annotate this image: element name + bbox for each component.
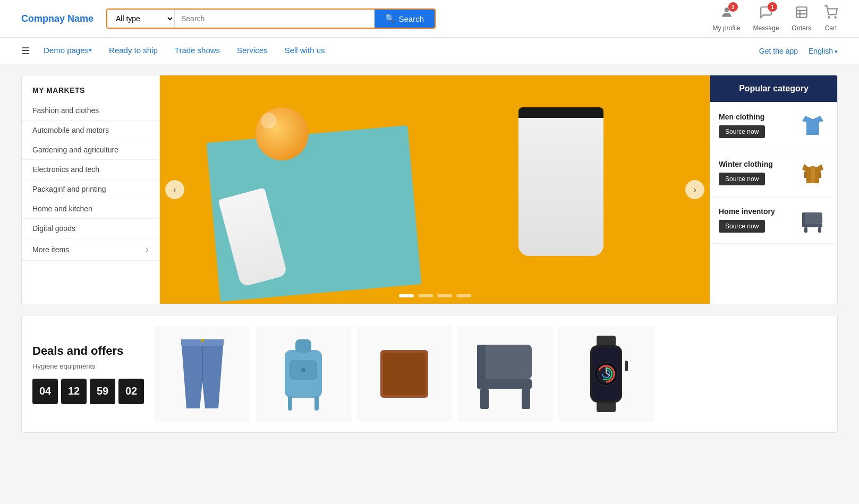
svg-rect-29	[597, 336, 616, 346]
hero-cup-large	[518, 107, 603, 256]
deals-products	[155, 326, 827, 422]
nav-sell-with-us[interactable]: Sell with us	[276, 38, 334, 64]
popular-item-winter-info: Winter clothing Source now	[719, 160, 792, 185]
slider-dot-4[interactable]	[456, 294, 471, 297]
deal-product-chair[interactable]	[457, 326, 553, 422]
market-automobile[interactable]: Automobile and motors	[22, 121, 159, 140]
market-packaging[interactable]: Packaginf and printing	[22, 180, 159, 199]
nav-trade-shows[interactable]: Trade shows	[166, 38, 228, 64]
slider-dot-2[interactable]	[418, 294, 433, 297]
hamburger-menu[interactable]: ☰	[21, 45, 30, 57]
svg-rect-24	[479, 345, 532, 379]
header: Compnay Name All typeProductsSuppliersTr…	[0, 0, 859, 38]
deal-product-watch[interactable]	[558, 326, 654, 422]
deals-title: Deals and offers	[32, 344, 144, 358]
countdown-ms: 02	[118, 379, 144, 404]
home-inventory-icon	[797, 204, 829, 236]
svg-rect-40	[625, 361, 628, 371]
svg-rect-25	[479, 379, 532, 389]
deal-product-backpack[interactable]	[256, 326, 351, 422]
search-icon: 🔍	[385, 14, 395, 23]
message-icon: 1	[759, 5, 773, 22]
markets-title: MY MARKETS	[22, 86, 159, 101]
men-clothing-icon	[797, 109, 829, 141]
deals-subtitle: Hygiene equipments	[32, 362, 144, 370]
popular-item-winter-clothing: Winter clothing Source now	[710, 149, 837, 197]
svg-rect-8	[803, 212, 822, 224]
svg-point-5	[829, 17, 830, 18]
nav-services[interactable]: Services	[228, 38, 276, 64]
get-the-app-link[interactable]: Get the app	[759, 47, 798, 55]
svg-point-15	[201, 339, 204, 342]
markets-list: Fashion and clothes Automobile and motor…	[22, 101, 159, 261]
language-selector[interactable]: English	[809, 47, 838, 55]
market-digital[interactable]: Digital goods	[22, 219, 159, 238]
slider-prev-button[interactable]: ‹	[165, 180, 184, 199]
source-home-inventory-button[interactable]: Source now	[719, 220, 765, 233]
deal-product-jeans[interactable]	[155, 326, 250, 422]
svg-rect-11	[818, 227, 821, 233]
svg-point-6	[835, 17, 836, 18]
hero-slider: ‹ ›	[160, 75, 710, 304]
main-content: MY MARKETS Fashion and clothes Automobil…	[0, 64, 859, 443]
winter-clothing-icon	[797, 157, 829, 189]
popular-item-winter-title: Winter clothing	[719, 160, 792, 168]
popular-item-men-info: Men clothing Source now	[719, 113, 792, 138]
svg-rect-30	[597, 402, 616, 412]
svg-rect-7	[811, 166, 815, 183]
svg-rect-1	[796, 7, 807, 18]
hero-image	[160, 75, 710, 304]
popular-item-men-clothing: Men clothing Source now	[710, 102, 837, 149]
search-input[interactable]	[175, 10, 375, 28]
svg-rect-12	[802, 212, 805, 227]
svg-rect-26	[480, 389, 489, 409]
nav-ready-to-ship[interactable]: Ready to ship	[100, 38, 166, 64]
market-electronics[interactable]: Electronics and tech	[22, 160, 159, 180]
nav-demo-pages[interactable]: Demo pages	[35, 38, 100, 64]
svg-rect-9	[803, 224, 822, 227]
source-winter-clothing-button[interactable]: Source now	[719, 173, 765, 185]
hero-orange-fruit	[256, 107, 309, 160]
market-home[interactable]: Home and kitchen	[22, 199, 159, 219]
my-profile-button[interactable]: 3 My profile	[713, 5, 741, 32]
market-gardening[interactable]: Gardening and agriculture	[22, 140, 159, 160]
message-badge: 1	[768, 2, 777, 12]
svg-rect-27	[522, 389, 530, 409]
slider-dots	[399, 294, 471, 297]
slider-next-button[interactable]: ›	[685, 180, 704, 199]
message-button[interactable]: 1 Message	[753, 5, 779, 32]
popular-panel: Popular category Men clothing Source now	[710, 75, 837, 304]
deals-info: Deals and offers Hygiene equipments 04 1…	[32, 344, 155, 404]
popular-item-home-title: Home inventory	[719, 207, 792, 216]
popular-item-home-info: Home inventory Source now	[719, 207, 792, 233]
source-men-clothing-button[interactable]: Source now	[719, 125, 765, 138]
deal-product-wallet[interactable]	[356, 326, 452, 422]
slider-dot-1[interactable]	[399, 294, 414, 297]
svg-rect-28	[477, 345, 486, 389]
countdown-hours: 04	[32, 379, 58, 404]
search-type-select[interactable]: All typeProductsSuppliersTrade Shows	[107, 10, 175, 28]
popular-item-men-title: Men clothing	[719, 113, 792, 121]
svg-rect-19	[295, 339, 311, 353]
svg-point-18	[301, 368, 305, 372]
markets-sidebar: MY MARKETS Fashion and clothes Automobil…	[22, 75, 160, 304]
svg-rect-10	[804, 227, 807, 233]
countdown: 04 12 59 02	[32, 379, 144, 404]
search-bar: All typeProductsSuppliersTrade Shows 🔍 S…	[106, 8, 436, 29]
cart-icon	[824, 5, 838, 22]
slider-dot-3[interactable]	[437, 294, 452, 297]
search-button[interactable]: 🔍 Search	[375, 10, 435, 28]
cart-button[interactable]: Cart	[824, 5, 838, 32]
top-section: MY MARKETS Fashion and clothes Automobil…	[21, 75, 838, 304]
deals-section: Deals and offers Hygiene equipments 04 1…	[21, 315, 838, 433]
profile-icon: 3	[720, 5, 734, 22]
profile-badge: 3	[728, 2, 738, 12]
orders-icon	[795, 5, 809, 22]
market-fashion[interactable]: Fashion and clothes	[22, 101, 159, 121]
nav-right: Get the app English	[759, 47, 838, 55]
popular-header: Popular category	[710, 75, 837, 102]
header-icons: 3 My profile 1 Message Orders Cart	[713, 5, 838, 32]
orders-button[interactable]: Orders	[792, 5, 811, 32]
market-more[interactable]: More items	[22, 238, 159, 261]
svg-rect-23	[383, 353, 426, 395]
